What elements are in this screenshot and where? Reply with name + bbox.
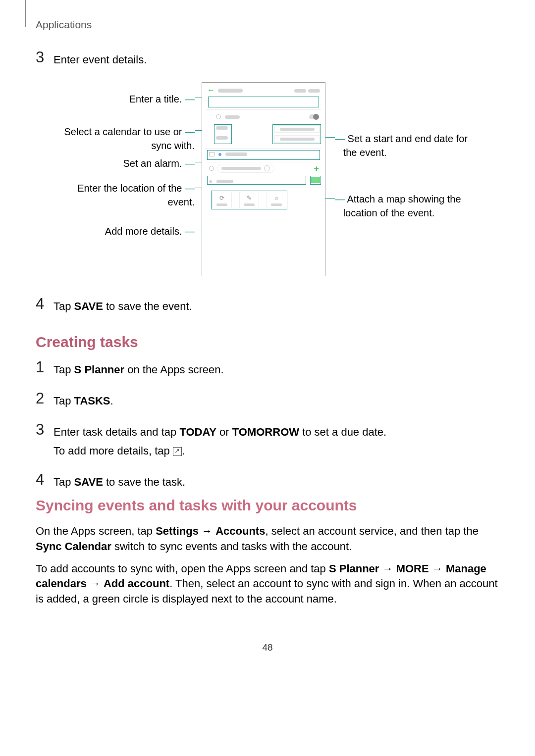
clock-icon bbox=[216, 114, 221, 119]
step-text-2: To add more details, tap . bbox=[54, 444, 499, 459]
step-text: Enter task details and tap TODAY or TOMO… bbox=[54, 425, 499, 440]
header-rule bbox=[22, 0, 26, 27]
step-text: Tap TASKS. bbox=[54, 394, 499, 409]
step-text: Tap SAVE to save the event. bbox=[54, 299, 499, 314]
step-3: 3 Enter event details. bbox=[36, 50, 499, 72]
step-text: Tap SAVE to save the task. bbox=[54, 475, 499, 490]
reminder-chip bbox=[217, 164, 274, 173]
expand-icon bbox=[173, 447, 182, 456]
box-details bbox=[211, 191, 287, 209]
box-calendar bbox=[214, 124, 232, 144]
task-step-2: 2 Tap TASKS. bbox=[36, 391, 499, 413]
bell-icon bbox=[209, 166, 214, 171]
task-step-3: 3 Enter task details and tap TODAY or TO… bbox=[36, 422, 499, 463]
box-title-field bbox=[208, 97, 319, 107]
callout-calendar: Select a calendar to use or — sync with. bbox=[64, 125, 195, 152]
callout-dates: — Set a start and end date for the event… bbox=[335, 132, 468, 159]
running-header: Applications bbox=[36, 17, 92, 32]
callout-details: Add more details. — bbox=[105, 224, 195, 238]
callout-alarm: Set an alarm. — bbox=[123, 156, 195, 170]
step-text: Tap S Planner on the Apps screen. bbox=[54, 362, 499, 378]
box-dates bbox=[272, 124, 321, 144]
heading-syncing: Syncing events and tasks with your accou… bbox=[36, 495, 499, 516]
step-number: 3 bbox=[36, 422, 54, 437]
task-step-1: 1 Tap S Planner on the Apps screen. bbox=[36, 359, 499, 382]
callout-location: Enter the location of the — event. bbox=[77, 181, 195, 209]
task-step-4: 4 Tap SAVE to save the task. bbox=[36, 472, 499, 494]
step-number: 3 bbox=[36, 50, 54, 65]
step-number: 4 bbox=[36, 296, 54, 311]
callout-title: Enter a title. — bbox=[129, 92, 195, 106]
phone-screenshot: ← + ⎈ ⟳ ✎ bbox=[202, 82, 325, 276]
callout-map: — Attach a map showing the location of t… bbox=[335, 192, 461, 220]
sync-paragraph-1: On the Apps screen, tap Settings → Accou… bbox=[36, 524, 499, 554]
step-number: 4 bbox=[36, 472, 54, 487]
step-number: 2 bbox=[36, 391, 54, 406]
allday-toggle bbox=[309, 114, 319, 119]
sync-paragraph-2: To add accounts to sync with, open the A… bbox=[36, 561, 499, 607]
box-alarm bbox=[207, 150, 320, 160]
heading-creating-tasks: Creating tasks bbox=[36, 332, 499, 353]
back-add-icon: ← bbox=[207, 82, 243, 97]
box-map bbox=[310, 176, 321, 185]
step-4: 4 Tap SAVE to save the event. bbox=[36, 296, 499, 318]
page-number: 48 bbox=[0, 641, 535, 655]
box-location bbox=[207, 176, 306, 185]
title-actions bbox=[292, 82, 320, 97]
step-number: 1 bbox=[36, 359, 54, 375]
add-reminder-icon: + bbox=[314, 163, 319, 175]
step-text: Enter event details. bbox=[54, 52, 499, 68]
